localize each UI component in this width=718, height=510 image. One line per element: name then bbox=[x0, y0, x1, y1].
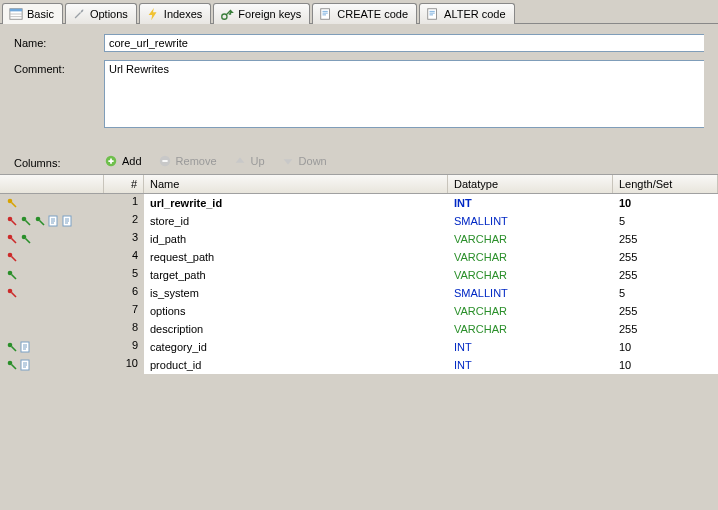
remove-button[interactable]: Remove bbox=[158, 154, 217, 168]
tab-create-code[interactable]: CREATE code bbox=[312, 3, 417, 24]
add-icon bbox=[104, 154, 118, 168]
key-icon bbox=[20, 215, 32, 227]
svg-rect-1 bbox=[10, 9, 22, 12]
tab-options[interactable]: Options bbox=[65, 3, 137, 24]
button-label: Up bbox=[251, 155, 265, 167]
foreign-key-icon bbox=[220, 7, 234, 21]
key-icon bbox=[34, 215, 46, 227]
row-datatype: INT bbox=[448, 196, 613, 210]
row-datatype: VARCHAR bbox=[448, 268, 613, 282]
table-row[interactable]: 3id_pathVARCHAR255 bbox=[0, 230, 718, 248]
row-name: description bbox=[144, 322, 448, 336]
button-label: Down bbox=[299, 155, 327, 167]
key-icon bbox=[6, 269, 18, 281]
columns-grid: # Name Datatype Length/Set 1url_rewrite_… bbox=[0, 174, 718, 374]
row-num: 2 bbox=[104, 212, 144, 230]
row-datatype: VARCHAR bbox=[448, 304, 613, 318]
row-num: 9 bbox=[104, 338, 144, 356]
row-datatype: VARCHAR bbox=[448, 232, 613, 246]
row-num: 3 bbox=[104, 230, 144, 248]
row-keys bbox=[0, 338, 104, 356]
row-name: request_path bbox=[144, 250, 448, 264]
row-length: 10 bbox=[613, 358, 718, 372]
up-icon bbox=[233, 154, 247, 168]
tab-indexes[interactable]: Indexes bbox=[139, 3, 212, 24]
row-length: 5 bbox=[613, 286, 718, 300]
tab-label: CREATE code bbox=[337, 8, 408, 20]
button-label: Remove bbox=[176, 155, 217, 167]
table-row[interactable]: 4request_pathVARCHAR255 bbox=[0, 248, 718, 266]
row-keys bbox=[0, 320, 104, 338]
table-row[interactable]: 1url_rewrite_idINT10 bbox=[0, 194, 718, 212]
table-row[interactable]: 5target_pathVARCHAR255 bbox=[0, 266, 718, 284]
up-button[interactable]: Up bbox=[233, 154, 265, 168]
key-icon bbox=[6, 251, 18, 263]
header-length[interactable]: Length/Set bbox=[613, 175, 718, 193]
row-datatype: INT bbox=[448, 358, 613, 372]
name-input[interactable] bbox=[104, 34, 704, 52]
row-keys bbox=[0, 194, 104, 212]
fk-doc-icon bbox=[48, 215, 60, 227]
down-button[interactable]: Down bbox=[281, 154, 327, 168]
table-row[interactable]: 2store_idSMALLINT5 bbox=[0, 212, 718, 230]
row-name: options bbox=[144, 304, 448, 318]
tab-basic[interactable]: Basic bbox=[2, 3, 63, 24]
fk-doc-icon bbox=[20, 341, 32, 353]
row-num: 1 bbox=[104, 194, 144, 212]
row-datatype: SMALLINT bbox=[448, 286, 613, 300]
row-num: 5 bbox=[104, 266, 144, 284]
table-row[interactable]: 9category_idINT10 bbox=[0, 338, 718, 356]
row-name: product_id bbox=[144, 358, 448, 372]
row-keys bbox=[0, 356, 104, 374]
tab-alter-code[interactable]: ALTER code bbox=[419, 3, 515, 24]
table-row[interactable]: 7optionsVARCHAR255 bbox=[0, 302, 718, 320]
row-keys bbox=[0, 248, 104, 266]
table-row[interactable]: 6is_systemSMALLINT5 bbox=[0, 284, 718, 302]
row-keys bbox=[0, 212, 104, 230]
header-name[interactable]: Name bbox=[144, 175, 448, 193]
key-icon bbox=[6, 359, 18, 371]
name-label: Name: bbox=[14, 34, 104, 49]
fk-doc-icon bbox=[20, 359, 32, 371]
basic-form: Name: Comment: bbox=[0, 24, 718, 152]
tab-label: Basic bbox=[27, 8, 54, 20]
row-keys bbox=[0, 284, 104, 302]
comment-input[interactable] bbox=[104, 60, 704, 128]
button-label: Add bbox=[122, 155, 142, 167]
row-name: id_path bbox=[144, 232, 448, 246]
row-keys bbox=[0, 266, 104, 284]
svg-rect-5 bbox=[321, 9, 330, 20]
down-icon bbox=[281, 154, 295, 168]
row-num: 10 bbox=[104, 356, 144, 374]
row-num: 4 bbox=[104, 248, 144, 266]
table-icon bbox=[9, 7, 23, 21]
row-name: store_id bbox=[144, 214, 448, 228]
header-datatype[interactable]: Datatype bbox=[448, 175, 613, 193]
key-icon bbox=[20, 233, 32, 245]
wrench-icon bbox=[72, 7, 86, 21]
grid-body: 1url_rewrite_idINT102store_idSMALLINT53i… bbox=[0, 194, 718, 374]
row-name: target_path bbox=[144, 268, 448, 282]
key-icon bbox=[6, 287, 18, 299]
row-length: 255 bbox=[613, 268, 718, 282]
key-icon bbox=[6, 233, 18, 245]
fk-doc-icon bbox=[62, 215, 74, 227]
header-num[interactable]: # bbox=[104, 175, 144, 193]
table-row[interactable]: 8descriptionVARCHAR255 bbox=[0, 320, 718, 338]
tab-label: ALTER code bbox=[444, 8, 506, 20]
row-length: 255 bbox=[613, 304, 718, 318]
row-datatype: SMALLINT bbox=[448, 214, 613, 228]
table-row[interactable]: 10product_idINT10 bbox=[0, 356, 718, 374]
row-length: 255 bbox=[613, 250, 718, 264]
add-button[interactable]: Add bbox=[104, 154, 142, 168]
tab-strip: Basic Options Indexes Foreign keys CREAT… bbox=[0, 0, 718, 24]
script-icon bbox=[319, 7, 333, 21]
header-icons[interactable] bbox=[0, 175, 104, 193]
row-length: 10 bbox=[613, 196, 718, 210]
svg-rect-6 bbox=[428, 9, 437, 20]
row-length: 5 bbox=[613, 214, 718, 228]
tab-foreign-keys[interactable]: Foreign keys bbox=[213, 3, 310, 24]
key-icon bbox=[6, 215, 18, 227]
row-datatype: VARCHAR bbox=[448, 322, 613, 336]
tab-label: Options bbox=[90, 8, 128, 20]
